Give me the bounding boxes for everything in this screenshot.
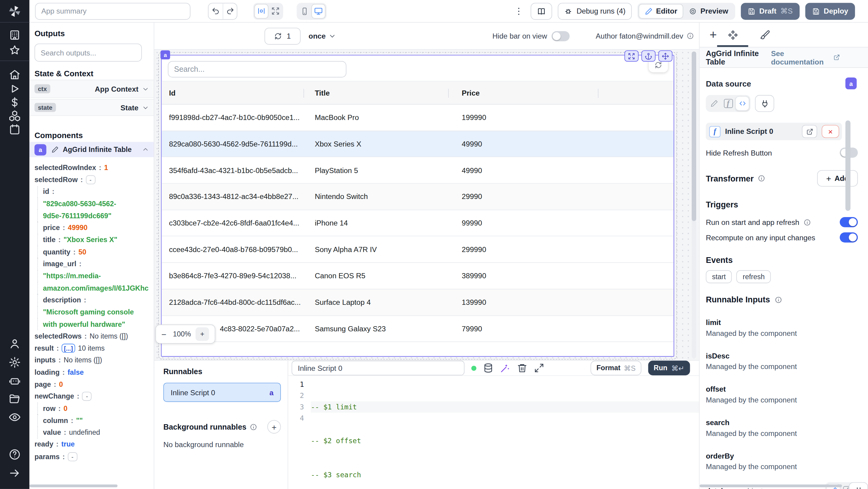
- draft-button[interactable]: Draft ⌘S: [741, 2, 799, 19]
- table-row[interactable]: c303bce7-cb2e-42c6-8fdf-6aa01fc4e4... iP…: [161, 210, 674, 237]
- zoom-in-button[interactable]: +: [195, 328, 209, 341]
- output-prop-row[interactable]: 9d5e-7611199dc669": [37, 210, 154, 222]
- account-person-icon[interactable]: [8, 337, 21, 350]
- more-options-kebab-icon[interactable]: [514, 6, 524, 16]
- table-row[interactable]: ccee43dc-27e0-40a8-b768-b09579b0... Sony…: [161, 237, 674, 263]
- database-icon[interactable]: [483, 363, 493, 373]
- output-prop-row[interactable]: "Microsoft gaming console: [37, 306, 154, 318]
- output-prop-row[interactable]: newChange : -: [34, 390, 154, 402]
- zoom-out-button[interactable]: −: [159, 329, 168, 339]
- expand-viewport-button[interactable]: [269, 4, 282, 19]
- table-row[interactable]: 829ca080-5630-4562-9d5e-7611199d... Xbox…: [161, 131, 674, 157]
- add-background-runnable-button[interactable]: +: [267, 420, 281, 433]
- format-button[interactable]: Format ⌘S: [591, 361, 641, 375]
- settings-vertical-scrollbar[interactable]: [845, 120, 850, 211]
- canvas-vertical-scrollbar[interactable]: [692, 52, 696, 359]
- collapse-arrow-icon[interactable]: [8, 467, 21, 479]
- table-search-input[interactable]: [168, 61, 347, 78]
- ai-robot-icon[interactable]: [8, 375, 21, 387]
- table-row[interactable]: f991898d-cb27-4ac7-b10c-0b9050ce1... Mac…: [161, 104, 674, 131]
- info-icon[interactable]: [803, 219, 810, 226]
- open-script-external-button[interactable]: [802, 125, 817, 138]
- output-prop-row[interactable]: selectedRows : No items ([]): [34, 330, 154, 342]
- tab-insert-plus[interactable]: +: [702, 23, 724, 48]
- runs-play-icon[interactable]: [8, 83, 21, 95]
- windmill-logo-icon[interactable]: [7, 4, 22, 19]
- output-prop-row[interactable]: price : 49990: [37, 222, 154, 234]
- settings-gear-icon[interactable]: [8, 356, 21, 368]
- code-mode-button[interactable]: [735, 96, 749, 111]
- info-icon[interactable]: [758, 175, 765, 182]
- static-pencil-button[interactable]: [707, 96, 721, 111]
- delete-script-trash-icon[interactable]: [517, 363, 527, 373]
- prop-expand-chip[interactable]: [...]: [62, 344, 75, 353]
- resources-boxes-icon[interactable]: [8, 110, 21, 122]
- pencil-icon[interactable]: [52, 146, 59, 153]
- output-prop-row[interactable]: params : -: [34, 451, 154, 463]
- sql-code-editor[interactable]: 1234 -- $1 limit -- $2 offset -- $3 sear…: [288, 376, 699, 489]
- connect-plug-button[interactable]: [849, 482, 868, 489]
- component-outputs-row[interactable]: a AgGrid Infinite Table: [30, 142, 154, 157]
- prop-expand-chip[interactable]: -: [86, 175, 95, 184]
- favorites-star-icon[interactable]: [8, 44, 21, 56]
- output-prop-row[interactable]: "829ca080-5630-4562-: [37, 198, 154, 210]
- column-header-price[interactable]: Price: [449, 82, 598, 104]
- hide-bar-toggle[interactable]: [552, 31, 569, 41]
- canvas-grid[interactable]: a Id Title Price f991898d-cb27-4ac7-b10c…: [154, 50, 699, 360]
- output-prop-row[interactable]: title : "Xbox Series X": [37, 234, 154, 246]
- run-button[interactable]: Run ⌘↵: [648, 361, 690, 375]
- outputs-horizontal-scrollbar[interactable]: [30, 485, 118, 487]
- prop-expand-chip[interactable]: -: [82, 392, 92, 401]
- fx-expression-button[interactable]: f: [721, 96, 735, 111]
- ctx-row[interactable]: ctx App Context: [30, 80, 154, 98]
- debug-runs-button[interactable]: Debug runs (4): [558, 2, 632, 19]
- output-prop-row[interactable]: selectedRowIndex : 1: [34, 161, 154, 174]
- tab-styling-brush[interactable]: [753, 23, 776, 48]
- deploy-button[interactable]: Deploy: [805, 2, 855, 19]
- add-transformer-button[interactable]: +Add: [817, 170, 858, 186]
- info-icon[interactable]: [775, 296, 782, 303]
- workspace-icon[interactable]: [8, 29, 21, 41]
- connect-plug-button[interactable]: [755, 95, 774, 112]
- output-prop-row[interactable]: amazon.com/images/I/61JGKhc: [37, 282, 154, 294]
- tab-preview[interactable]: Preview: [684, 4, 734, 19]
- tab-component-settings[interactable]: [721, 23, 744, 48]
- output-prop-row[interactable]: id :: [37, 186, 154, 198]
- output-prop-row[interactable]: inputs : No items ([]): [34, 354, 154, 366]
- event-start-pill[interactable]: start: [706, 270, 732, 283]
- expand-component-button[interactable]: [624, 50, 639, 62]
- column-header-id[interactable]: Id: [161, 82, 304, 104]
- output-prop-row[interactable]: "https://m.media-: [37, 270, 154, 282]
- undo-button[interactable]: [209, 3, 223, 19]
- help-icon[interactable]: [8, 448, 21, 461]
- settings-horizontal-scrollbar[interactable]: [700, 485, 842, 487]
- output-prop-row[interactable]: loading : false: [34, 366, 154, 378]
- output-prop-row[interactable]: with powerful hardware": [37, 318, 154, 330]
- table-row[interactable]: 2128adca-7fc6-44bd-800c-dc115df6ac... Su…: [161, 289, 674, 316]
- prop-expand-chip[interactable]: -: [67, 452, 77, 461]
- desktop-view-button[interactable]: [311, 4, 326, 19]
- see-documentation-link[interactable]: See documentation: [771, 49, 840, 66]
- aggrid-table-component[interactable]: a Id Title Price f991898d-cb27-4ac7-b10c…: [161, 55, 674, 357]
- output-prop-row[interactable]: quantity : 50: [37, 246, 154, 258]
- output-prop-row[interactable]: selectedRow : -: [34, 174, 154, 186]
- audit-eye-icon[interactable]: [8, 411, 21, 423]
- runnable-item-inline-script-0[interactable]: Inline Script 0 a: [163, 383, 281, 402]
- output-prop-row[interactable]: row : 0: [37, 402, 154, 415]
- schedule-dropdown[interactable]: once: [309, 32, 336, 40]
- output-prop-row[interactable]: description :: [37, 294, 154, 306]
- refresh-count-button[interactable]: 1: [265, 27, 301, 44]
- home-icon[interactable]: [8, 68, 21, 81]
- variables-dollar-icon[interactable]: [8, 96, 21, 109]
- schedules-calendar-icon[interactable]: [8, 123, 21, 136]
- output-prop-row[interactable]: column : "": [37, 415, 154, 427]
- move-component-button[interactable]: [658, 50, 673, 62]
- tab-editor[interactable]: Editor: [639, 4, 684, 19]
- table-row[interactable]: 89c0a336-1343-4812-ac34-e4bb8e27... Nint…: [161, 184, 674, 210]
- script-name-input[interactable]: [292, 361, 465, 375]
- output-prop-row[interactable]: image_url :: [37, 258, 154, 270]
- center-viewport-button[interactable]: [254, 4, 269, 19]
- app-summary-input[interactable]: [35, 2, 190, 19]
- docs-book-button[interactable]: [531, 2, 552, 19]
- recompute-toggle[interactable]: [840, 233, 858, 243]
